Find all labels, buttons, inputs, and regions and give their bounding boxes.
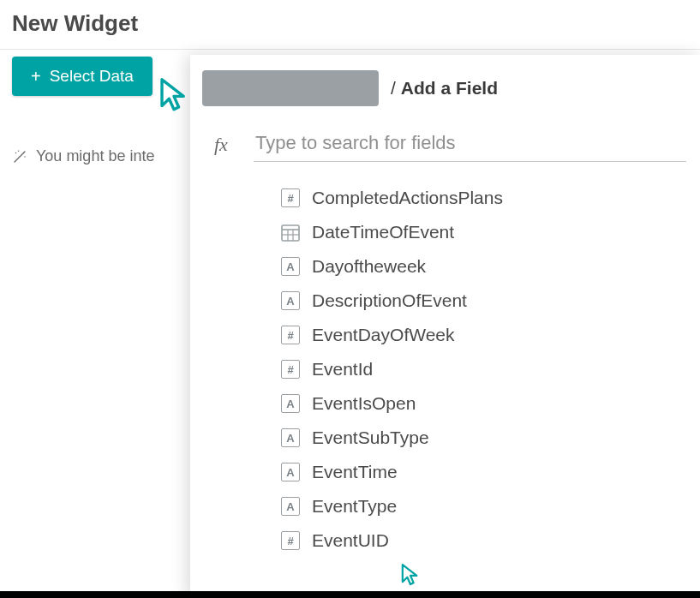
breadcrumb-separator: / <box>391 78 396 98</box>
text-type-icon: A <box>281 257 300 276</box>
suggestion-row: You might be inte <box>12 147 178 165</box>
page-title: New Widget <box>0 0 700 44</box>
svg-rect-3 <box>282 225 299 241</box>
bottom-bar <box>0 591 700 598</box>
field-item[interactable]: AEventType <box>276 489 686 523</box>
field-list: #CompletedActionsPlansDateTimeOfEventADa… <box>190 165 700 558</box>
text-type-icon: A <box>281 463 300 481</box>
number-type-icon: # <box>281 531 300 550</box>
datetime-type-icon <box>281 223 300 242</box>
field-name: EventType <box>312 496 397 517</box>
field-name: EventId <box>312 359 373 380</box>
field-item[interactable]: AEventSubType <box>276 421 686 455</box>
field-item[interactable]: AEventTime <box>276 455 686 489</box>
field-name: DescriptionOfEvent <box>312 290 467 311</box>
plus-icon: + <box>31 68 41 85</box>
breadcrumb-label: Add a Field <box>401 78 498 98</box>
text-type-icon: A <box>281 394 300 413</box>
field-name: EventTime <box>312 462 398 482</box>
field-search-input[interactable] <box>254 127 686 162</box>
field-item[interactable]: #EventId <box>276 352 686 386</box>
wand-icon <box>12 149 27 164</box>
number-type-icon: # <box>281 326 300 344</box>
field-name: DateTimeOfEvent <box>312 222 454 242</box>
search-row: fx <box>190 118 700 165</box>
data-source-pill[interactable] <box>202 70 379 106</box>
svg-point-2 <box>24 156 26 158</box>
field-item[interactable]: ADayoftheweek <box>276 249 686 284</box>
number-type-icon: # <box>281 360 300 379</box>
svg-point-0 <box>15 152 17 153</box>
text-type-icon: A <box>281 497 300 516</box>
field-name: Dayoftheweek <box>312 256 426 277</box>
field-name: EventDayOfWeek <box>312 325 455 345</box>
field-name: EventUID <box>312 530 389 551</box>
field-item[interactable]: DateTimeOfEvent <box>276 215 686 249</box>
formula-icon[interactable]: fx <box>214 134 238 156</box>
field-item[interactable]: ADescriptionOfEvent <box>276 284 686 318</box>
field-item[interactable]: #CompletedActionsPlans <box>276 181 686 215</box>
field-name: CompletedActionsPlans <box>312 188 503 208</box>
text-type-icon: A <box>281 428 300 447</box>
text-type-icon: A <box>281 291 300 310</box>
field-picker-panel: /Add a Field fx #CompletedActionsPlansDa… <box>190 55 700 598</box>
field-item[interactable]: #EventUID <box>276 523 686 558</box>
field-name: EventIsOpen <box>312 393 416 414</box>
panel-header: /Add a Field <box>190 63 700 118</box>
field-item[interactable]: AEventIsOpen <box>276 386 686 421</box>
field-name: EventSubType <box>312 428 429 448</box>
suggestion-text: You might be inte <box>36 147 154 165</box>
select-data-button[interactable]: + Select Data <box>12 57 153 96</box>
field-item[interactable]: #EventDayOfWeek <box>276 318 686 352</box>
number-type-icon: # <box>281 188 300 207</box>
left-panel: + Select Data You might be inte <box>0 48 190 174</box>
svg-point-1 <box>18 150 20 152</box>
select-data-label: Select Data <box>50 67 134 86</box>
breadcrumb: /Add a Field <box>391 78 498 99</box>
